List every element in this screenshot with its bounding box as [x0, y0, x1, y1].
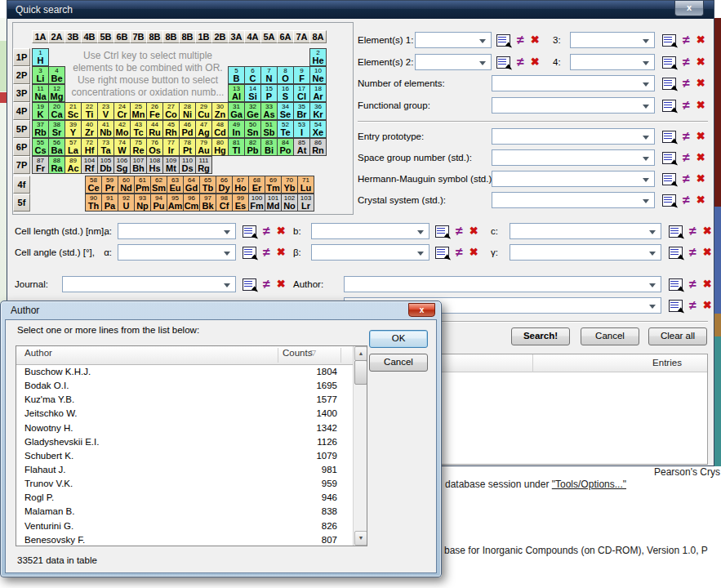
element-Si[interactable]: 14Si	[244, 84, 261, 102]
scroll-thumb[interactable]	[354, 360, 367, 385]
element-He[interactable]: 2He	[309, 48, 327, 66]
not-equal-icon[interactable]: ≠	[683, 194, 690, 206]
author-cancel-button[interactable]: Cancel	[369, 354, 428, 372]
not-equal-icon[interactable]: ≠	[683, 152, 690, 163]
period-label-3P[interactable]: 3P	[13, 84, 30, 102]
pick-from-list-icon[interactable]	[435, 247, 449, 259]
pick-from-list-icon[interactable]	[662, 34, 676, 47]
cell-b-combobox[interactable]	[311, 223, 429, 239]
group-header-1A-0[interactable]: 1A	[32, 30, 49, 43]
element-Es[interactable]: 99Es	[232, 194, 249, 212]
clear-field-icon[interactable]: ✖	[277, 225, 286, 237]
not-equal-icon[interactable]: ≠	[683, 78, 690, 89]
author-dialog-close-button[interactable]: x	[408, 303, 435, 317]
element-Ti[interactable]: 22Ti	[81, 102, 98, 120]
element3-combobox[interactable]	[570, 32, 655, 48]
clear-field-icon[interactable]: ✖	[470, 247, 478, 258]
filter-funnel-icon[interactable]: ▽	[310, 349, 316, 357]
not-equal-icon[interactable]: ≠	[263, 278, 270, 290]
element4-combobox[interactable]	[570, 54, 655, 70]
element1-combobox[interactable]	[415, 32, 492, 48]
clear-field-icon[interactable]: ✖	[697, 152, 705, 163]
functional-group-combobox[interactable]	[492, 97, 655, 114]
author-row[interactable]: Venturini G.826	[16, 519, 353, 533]
author-list-header[interactable]: Author Counts ▽	[16, 346, 367, 365]
not-equal-icon[interactable]: ≠	[456, 225, 463, 237]
group-header-6B-5[interactable]: 6B	[113, 30, 131, 43]
not-equal-icon[interactable]: ≠	[456, 247, 463, 258]
element-Ag[interactable]: 47Ag	[195, 120, 212, 138]
clear-field-icon[interactable]: ✖	[703, 300, 712, 311]
element-Db[interactable]: 105Db	[97, 156, 114, 174]
cell-beta-combobox[interactable]	[311, 244, 429, 261]
cell-a-combobox[interactable]	[118, 223, 236, 239]
pick-from-list-icon[interactable]	[669, 278, 683, 291]
pick-from-list-icon[interactable]	[662, 194, 676, 207]
group-header-5B-4[interactable]: 5B	[97, 30, 114, 43]
clear-field-icon[interactable]: ✖	[697, 194, 705, 206]
element-Hg[interactable]: 80Hg	[211, 138, 229, 156]
author-combobox[interactable]	[344, 276, 661, 292]
pick-from-list-icon[interactable]	[435, 225, 449, 238]
pick-from-list-icon[interactable]	[243, 278, 256, 291]
group-header-2A-1[interactable]: 2A	[48, 30, 65, 43]
element-Ta[interactable]: 73Ta	[97, 138, 114, 156]
element-Pm[interactable]: 61Pm	[134, 176, 151, 194]
element2-combobox[interactable]	[415, 54, 492, 70]
pick-from-list-icon[interactable]	[662, 100, 676, 112]
ok-button[interactable]: OK	[369, 330, 428, 348]
element-V[interactable]: 23V	[97, 102, 114, 120]
clear-field-icon[interactable]: ✖	[703, 225, 712, 237]
clear-field-icon[interactable]: ✖	[703, 278, 712, 290]
group-header-8B-8[interactable]: 8B	[162, 30, 180, 43]
element-U[interactable]: 92U	[118, 194, 135, 212]
element-Bi[interactable]: 83Bi	[260, 138, 278, 156]
author-row[interactable]: Flahaut J.981	[16, 463, 353, 477]
element-Lr[interactable]: 103Lr	[297, 194, 314, 212]
element-As[interactable]: 33As	[260, 102, 278, 120]
element-K[interactable]: 19K	[32, 102, 49, 120]
element-Sc[interactable]: 21Sc	[65, 102, 82, 120]
element-Te[interactable]: 52Te	[277, 120, 294, 138]
element-Hs[interactable]: 108Hs	[146, 156, 163, 174]
author-column-header[interactable]: Author	[24, 348, 52, 358]
element-Tl[interactable]: 81Tl	[228, 138, 245, 156]
element-Sg[interactable]: 106Sg	[113, 156, 131, 174]
cell-gamma-combobox[interactable]	[510, 244, 661, 261]
element-Pa[interactable]: 91Pa	[101, 194, 118, 212]
element-O[interactable]: 8O	[277, 66, 294, 84]
element-Th[interactable]: 90Th	[85, 194, 102, 212]
author-row[interactable]: Bodak O.I.1695	[16, 379, 353, 393]
clear-field-icon[interactable]: ✖	[531, 56, 540, 68]
group-header-7A-16[interactable]: 7A	[293, 30, 310, 43]
author-row[interactable]: Kuz'ma Y.B.1577	[16, 393, 353, 407]
element-P[interactable]: 15P	[260, 84, 278, 102]
period-label-6P[interactable]: 6P	[13, 138, 30, 156]
clear-field-icon[interactable]: ✖	[697, 78, 705, 89]
element-Zn[interactable]: 30Zn	[211, 102, 229, 120]
scroll-up-button[interactable]: ▲	[354, 346, 367, 361]
element-Na[interactable]: 11Na	[32, 84, 49, 102]
element-Tc[interactable]: 43Tc	[130, 120, 147, 138]
element-Xe[interactable]: 54Xe	[309, 120, 327, 138]
cell-alpha-combobox[interactable]	[118, 244, 236, 261]
element-Rg[interactable]: 111Rg	[195, 156, 212, 174]
element-Po[interactable]: 84Po	[277, 138, 294, 156]
pick-from-list-icon[interactable]	[669, 225, 683, 238]
element-Hf[interactable]: 72Hf	[81, 138, 98, 156]
element-Co[interactable]: 27Co	[162, 102, 180, 120]
element-I[interactable]: 53I	[293, 120, 310, 138]
element-Ac[interactable]: 89Ac	[65, 156, 82, 174]
quick-search-title-bar[interactable]: Quick search	[7, 1, 714, 19]
element-C[interactable]: 6C	[244, 66, 261, 84]
element-Mt[interactable]: 109Mt	[162, 156, 180, 174]
period-label-2P[interactable]: 2P	[13, 66, 30, 84]
element-Ga[interactable]: 31Ga	[228, 102, 245, 120]
not-equal-icon[interactable]: ≠	[683, 173, 690, 185]
element-Dy[interactable]: 66Dy	[216, 176, 233, 194]
element-Ra[interactable]: 88Ra	[48, 156, 65, 174]
clear-field-icon[interactable]: ✖	[470, 225, 478, 237]
element-Ba[interactable]: 56Ba	[48, 138, 65, 156]
cell-c-combobox[interactable]	[510, 223, 661, 239]
author-row[interactable]: Jeitschko W.1400	[16, 407, 353, 421]
